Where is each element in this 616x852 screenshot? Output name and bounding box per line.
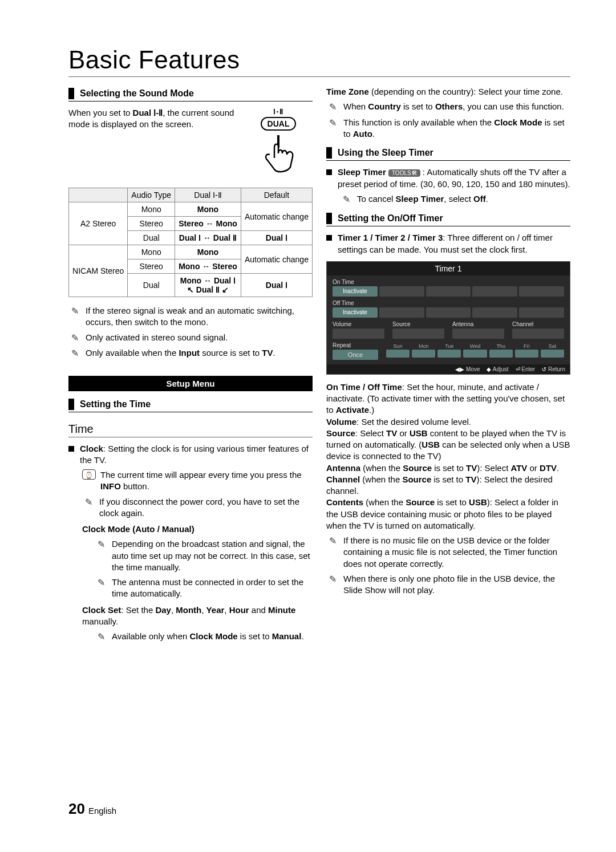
sleep-timer-item: Sleep Timer TOOLS🛠 : Automatically shuts… [326, 167, 570, 190]
note: ✎ When there is only one photo file in t… [326, 573, 570, 597]
time-subheading: Time [68, 423, 313, 437]
timer-footer: ◀▶ Move ◆ Adjust ⏎ Enter ↻ Return [327, 364, 570, 374]
note-icon: ✎ [95, 631, 107, 643]
note: ✎ The antenna must be connected in order… [95, 577, 313, 600]
day-toggle[interactable]: Fri [515, 343, 538, 358]
note-icon: ✎ [326, 535, 339, 547]
day-toggle[interactable]: Sat [541, 343, 564, 358]
antenna-field[interactable] [452, 328, 504, 339]
channel-label: Channel [512, 321, 564, 327]
day-toggle[interactable]: Thu [489, 343, 513, 358]
note-icon: ✎ [68, 347, 81, 360]
desc-contents: Contents (when the Source is set to USB)… [326, 497, 570, 532]
note-icon: ✎ [95, 577, 107, 589]
note: ✎ When Country is set to Others, you can… [326, 101, 570, 113]
day-toggle[interactable]: Wed [463, 343, 487, 358]
off-time-field[interactable]: Inactivate [333, 307, 378, 318]
page-title: Basic Features [68, 46, 570, 77]
off-time-label: Off Time [333, 300, 564, 306]
section-heading-onoff: Setting the On/Off Timer [326, 211, 570, 226]
source-field[interactable] [392, 328, 444, 339]
enter-icon: ⏎ [516, 366, 520, 372]
note-icon: ✎ [340, 193, 352, 206]
clock-mode-label: Clock Mode (Auto / Manual) [82, 524, 313, 535]
note-icon: ✎ [68, 305, 81, 318]
day-toggle[interactable]: Sun [386, 343, 410, 358]
on-time-field[interactable] [379, 286, 424, 297]
note: ✎ If the stereo signal is weak and an au… [68, 305, 313, 328]
volume-field[interactable] [333, 328, 384, 339]
section-heading-time: Setting the Time [68, 397, 313, 412]
desc-antenna: Antenna (when the Source is set to TV): … [326, 462, 570, 474]
off-time-field[interactable] [472, 307, 517, 318]
info-icon: ⌚ [82, 469, 96, 480]
antenna-label: Antenna [452, 321, 504, 327]
note-icon: ✎ [95, 538, 107, 551]
repeat-field[interactable]: Once [333, 350, 378, 360]
move-icon: ◀▶ [455, 366, 464, 372]
hand-icon [258, 132, 298, 177]
timer-123-item: Timer 1 / Timer 2 / Timer 3: Three diffe… [326, 232, 570, 255]
day-toggle[interactable]: Tue [437, 343, 461, 358]
timer-panel-title: Timer 1 [327, 262, 570, 275]
left-column: Selecting the Sound Mode When you set to… [68, 80, 313, 647]
section-heading-sound: Selecting the Sound Mode [68, 86, 313, 102]
note-icon: ✎ [326, 573, 339, 586]
desc-channel: Channel (when the Source is set to TV): … [326, 474, 570, 497]
desc-volume: Volume: Set the desired volume level. [326, 416, 570, 428]
repeat-label: Repeat [333, 342, 378, 348]
on-time-field[interactable] [426, 286, 471, 297]
on-time-field[interactable]: Inactivate [333, 286, 378, 297]
note: ✎ To cancel Sleep Timer, select Off. [340, 193, 570, 206]
note: ✎ Only available when the Input source i… [68, 347, 313, 360]
timer-panel: Timer 1 On Time Inactivate Off Tim [326, 261, 570, 375]
note: ✎ If there is no music file on the USB d… [326, 535, 570, 570]
page-footer: 20English [68, 800, 116, 818]
on-time-label: On Time [333, 279, 564, 285]
note: ✎ Only activated in stereo sound signal. [68, 332, 313, 344]
setup-menu-banner: Setup Menu [68, 376, 313, 391]
section-heading-sleep: Using the Sleep Timer [326, 145, 570, 161]
off-time-field[interactable] [379, 307, 424, 318]
off-time-field[interactable] [519, 307, 564, 318]
channel-field[interactable] [512, 328, 564, 339]
tools-icon: TOOLS🛠 [388, 169, 420, 177]
off-time-field[interactable] [426, 307, 471, 318]
adjust-icon: ◆ [487, 366, 491, 372]
on-time-field[interactable] [472, 286, 517, 297]
right-column: Time Zone (depending on the country): Se… [326, 80, 570, 647]
source-label: Source [392, 321, 444, 327]
clock-item: Clock: Setting the clock is for using va… [68, 443, 313, 466]
volume-label: Volume [333, 321, 384, 327]
note: ✎ This function is only available when t… [326, 117, 570, 140]
on-time-field[interactable] [519, 286, 564, 297]
note: ✎ If you disconnect the power cord, you … [82, 496, 313, 520]
note: ✎ Available only when Clock Mode is set … [95, 631, 313, 643]
note-icon: ✎ [326, 117, 339, 129]
days-row: Sun Mon Tue Wed Thu Fri Sat [386, 343, 564, 358]
desc-onoff: On Time / Off Time: Set the hour, minute… [326, 382, 570, 416]
info-note: ⌚ The current time will appear every tim… [82, 469, 313, 493]
note: ✎ Depending on the broadcast station and… [95, 538, 313, 573]
desc-source: Source: Select TV or USB content to be p… [326, 428, 570, 462]
return-icon: ↻ [542, 366, 546, 372]
clock-set-line: Clock Set: Set the Day, Month, Year, Hou… [82, 604, 313, 628]
time-zone-line: Time Zone (depending on the country): Se… [326, 86, 570, 98]
dual-remote-icon: Ⅰ-Ⅱ DUAL [244, 107, 313, 177]
sound-mode-table: Audio Type Dual Ⅰ-Ⅱ Default A2 Stereo Mo… [68, 188, 313, 297]
note-icon: ✎ [326, 101, 339, 113]
day-toggle[interactable]: Mon [412, 343, 435, 358]
sound-intro: When you set to Dual Ⅰ-Ⅱ, the current so… [68, 107, 236, 131]
note-icon: ✎ [82, 496, 95, 509]
note-icon: ✎ [68, 332, 81, 344]
